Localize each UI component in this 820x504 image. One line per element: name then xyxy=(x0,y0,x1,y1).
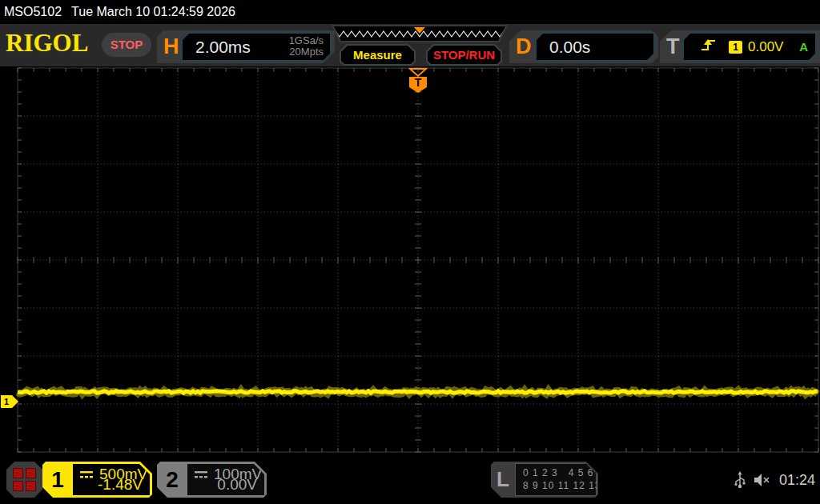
status-icons: 01:24 xyxy=(734,456,815,504)
trigger-mode-badge: A xyxy=(799,34,808,60)
waveform-display-area[interactable]: T1 xyxy=(0,66,820,458)
model-name: MSO5102 xyxy=(4,5,62,18)
stop-run-button-label: STOP/RUN xyxy=(428,46,500,64)
sample-rate: 1GSa/s xyxy=(289,35,324,46)
rising-edge-icon xyxy=(701,39,716,51)
channel-2-status[interactable]: 2 100mV 0.00V xyxy=(157,462,267,498)
channel-1-status[interactable]: 1 500mV -1.48V xyxy=(42,462,152,498)
menu-grid-icon xyxy=(26,481,36,491)
waveform-preview-strip[interactable] xyxy=(332,25,508,42)
trigger-level-value: 0.00V xyxy=(748,34,783,60)
dc-coupling-icon xyxy=(194,470,209,480)
rigol-logo: RIGOL xyxy=(6,29,88,58)
menu-grid-icon xyxy=(26,468,36,478)
logic-channels-status[interactable]: L 0 1 2 3 4 5 6 7 8 9 10 11 12 13 14 15 xyxy=(491,462,598,498)
horizontal-label: H xyxy=(163,30,179,63)
datetime: Tue March 10 01:24:59 2026 xyxy=(71,5,235,18)
speaker-muted-icon xyxy=(754,473,771,487)
trigger-label: T xyxy=(666,30,680,63)
menu-grid-button[interactable] xyxy=(6,462,42,498)
logic-row-1: 0 1 2 3 4 5 6 7 xyxy=(523,466,597,479)
logic-row-2: 8 9 10 11 12 13 14 15 xyxy=(523,479,597,492)
menu-grid-icon xyxy=(13,481,23,491)
svg-text:T: T xyxy=(415,76,422,89)
stop-run-button[interactable]: STOP/RUN xyxy=(426,44,502,66)
measure-button[interactable]: Measure xyxy=(340,44,416,66)
acquisition-state-badge: STOP xyxy=(102,33,151,57)
channel-2-offset: 0.00V xyxy=(217,476,257,494)
channel-2-number: 2 xyxy=(157,462,187,498)
trigger-panel[interactable]: 1 0.00V A xyxy=(682,32,817,62)
menu-grid-icon xyxy=(13,468,23,478)
logic-label: L xyxy=(491,462,515,498)
sample-rate-depth: 1GSa/s 20Mpts xyxy=(289,35,324,58)
svg-text:1: 1 xyxy=(4,397,9,406)
channel-1-number: 1 xyxy=(42,462,73,498)
titlebar: MSO5102Tue March 10 01:24:59 2026 xyxy=(0,0,820,24)
channel-1-offset: -1.48V xyxy=(98,476,143,494)
timebase-value: 2.00ms xyxy=(195,34,251,60)
header-bar: RIGOL STOP H 2.00ms 1GSa/s 20Mpts Measur… xyxy=(0,24,820,66)
delay-label: D xyxy=(516,30,532,63)
preview-waveform-icon xyxy=(334,26,505,41)
horizontal-panel[interactable]: 2.00ms 1GSa/s 20Mpts xyxy=(181,32,332,62)
measure-button-label: Measure xyxy=(341,46,414,64)
clock: 01:24 xyxy=(779,472,815,489)
bottom-status-bar: 1 500mV -1.48V 2 xyxy=(0,456,820,504)
delay-value: 0.00s xyxy=(549,34,590,60)
memory-depth: 20Mpts xyxy=(289,46,324,58)
dc-coupling-icon xyxy=(79,470,94,480)
delay-panel[interactable]: 0.00s xyxy=(535,32,655,62)
usb-icon xyxy=(734,471,746,489)
trigger-source-badge: 1 xyxy=(729,41,742,54)
